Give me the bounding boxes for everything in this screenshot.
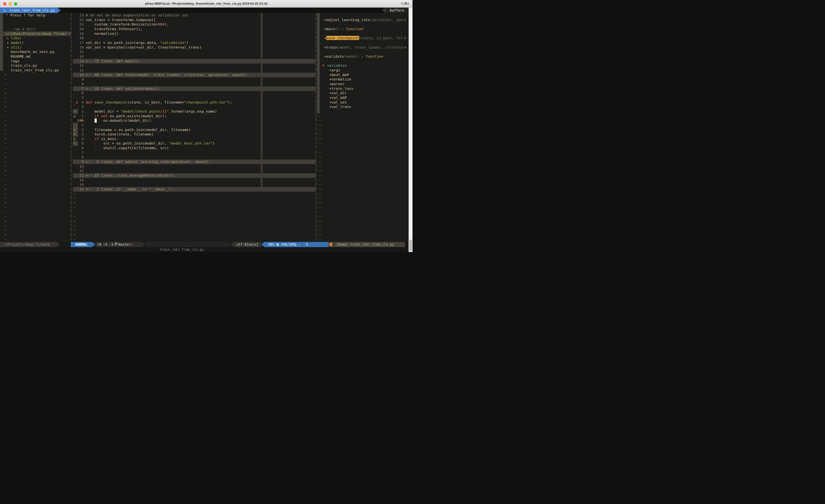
truncation-arrow-icon: > xyxy=(404,36,406,40)
empty-line-tilde: ~ xyxy=(4,114,7,118)
code-line[interactable]: val_trans = transforms.Compose([ xyxy=(86,18,156,22)
tag-expand-icon[interactable]: + xyxy=(324,27,326,31)
tag-item-save_checkpoint[interactable]: +save_checkpoint(state, is_best, fil xyxy=(324,36,403,40)
tag-expand-icon[interactable]: + xyxy=(329,68,331,72)
line-number: 4 xyxy=(73,137,84,141)
nerdtree-root-path[interactable]: </jdhao/Projects/deep_firear xyxy=(5,31,67,36)
empty-line-tilde: ~ xyxy=(4,137,7,141)
empty-line-tilde: ~ xyxy=(319,201,321,205)
empty-line-tilde: ~ xyxy=(73,219,76,224)
tag-expand-icon[interactable]: + xyxy=(329,86,331,91)
code-segment: ) xyxy=(186,40,189,45)
empty-line-tilde: ~ xyxy=(4,141,7,146)
empty-line-tilde: ~ xyxy=(73,201,76,205)
line-number: 3 xyxy=(73,104,84,109)
nerdtree-root-trunc: > xyxy=(69,31,71,36)
file-label: train_retr_from_cls.py xyxy=(11,68,59,73)
empty-line-tilde: ~ xyxy=(4,210,7,215)
tag-expand-icon[interactable]: + xyxy=(324,36,326,40)
tag-item-best_mAP[interactable]: +best_mAP xyxy=(329,73,349,77)
encoding-label: utf-8[unix] xyxy=(234,242,261,247)
empty-line-tilde: ~ xyxy=(4,233,7,238)
tag-item-val_dir[interactable]: +val_dir xyxy=(329,91,347,95)
tagbar-arrow-icon xyxy=(328,242,332,247)
code-line[interactable]: custom_transform.Resize(size=384), xyxy=(86,22,169,27)
tag-item-parser[interactable]: +parser xyxy=(329,82,345,86)
nerdtree-scrollbar[interactable] xyxy=(0,13,3,71)
fold-open-icon[interactable]: ▼ xyxy=(322,63,324,68)
macos-scrollbar-track[interactable] xyxy=(408,8,412,252)
tag-name: normalize xyxy=(331,77,351,81)
line-number: 15 xyxy=(73,187,84,192)
empty-line-tilde: ~ xyxy=(319,150,321,155)
window-separator-left[interactable] xyxy=(71,13,71,242)
tag-item-adjust_learning_rate[interactable]: +adjust_learning_rate(optimizer, epo xyxy=(324,18,403,22)
dir-label: util/ xyxy=(11,45,22,50)
code-line[interactable]: os.makedirs(model_dir) xyxy=(86,118,151,123)
line-number: 9 xyxy=(73,77,84,82)
code-line[interactable]: src = os.path.join(model_dir, "model_bes… xyxy=(86,141,215,146)
line-number: 21 xyxy=(73,22,84,27)
code-line[interactable]: model_dir = "model/check_point/{}".forma… xyxy=(86,109,217,114)
tag-name: validate xyxy=(326,54,344,59)
empty-line-tilde: ~ xyxy=(4,150,7,155)
code-line[interactable]: # do not do data augmentation on validat… xyxy=(86,13,189,18)
tag-item-val_set[interactable]: +val_set xyxy=(329,100,347,105)
tag-item-validate[interactable]: +validate(model) : function xyxy=(324,54,383,59)
tag-item-normalize[interactable]: +normalize xyxy=(329,77,351,82)
tag-expand-icon[interactable]: + xyxy=(329,95,331,100)
empty-line-tilde: ~ xyxy=(4,224,7,228)
tag-item-train_loss[interactable]: +train_loss xyxy=(329,86,353,91)
tag-expand-icon[interactable]: + xyxy=(324,18,326,22)
code-line[interactable]: def save_checkpoint(state, is_best, file… xyxy=(86,100,232,105)
empty-line-tilde: ~ xyxy=(319,196,321,201)
code-line[interactable]: transforms.ToTensor(), xyxy=(86,27,143,31)
code-line[interactable]: if not os.path.exists(model_dir): xyxy=(86,114,167,118)
code-segment: if xyxy=(94,137,99,141)
dir-collapsed-arrow-icon: ▸ xyxy=(7,36,9,40)
tag-expand-icon[interactable]: + xyxy=(329,100,331,104)
code-line[interactable]: val_dir = os.path.join(args.data, "valid… xyxy=(86,40,189,45)
tag-signature: () xyxy=(335,27,340,31)
empty-line-tilde: ~ xyxy=(4,109,7,114)
code-segment: val_set = QuerySet(root=val_dir, transfo… xyxy=(86,45,202,49)
macos-scrollbar-thumb[interactable] xyxy=(409,240,412,251)
tagbar-scrollbar[interactable] xyxy=(317,13,320,113)
empty-line-tilde: ~ xyxy=(73,215,76,219)
code-line[interactable]: if is_best: xyxy=(86,137,119,141)
tag-expand-icon[interactable]: + xyxy=(329,82,331,86)
code-line[interactable]: shutil.copyfile(filename, src) xyxy=(86,146,169,150)
window-separator-right[interactable] xyxy=(316,13,316,242)
code-line[interactable]: torch.save(state, filename) xyxy=(86,132,153,137)
line-number: 1 xyxy=(73,123,84,128)
line-number: 11 xyxy=(73,169,84,173)
code-line[interactable]: val_set = QuerySet(root=val_dir, transfo… xyxy=(86,45,202,50)
colorcolumn-80 xyxy=(260,13,263,192)
tag-item-args[interactable]: +args xyxy=(329,68,340,73)
tag-name: train_loss xyxy=(331,86,353,91)
tag-expand-icon[interactable]: + xyxy=(324,45,326,49)
empty-line-tilde: ~ xyxy=(319,118,321,123)
code-line[interactable]: filename = os.path.join(model_dir, filen… xyxy=(86,128,191,132)
tag-item-train[interactable]: +train(model, train_loader, criterio xyxy=(324,45,403,50)
tag-expand-icon[interactable]: + xyxy=(329,73,331,77)
tag-expand-icon[interactable]: + xyxy=(324,54,326,59)
tagbar-section-variables[interactable]: variables xyxy=(327,63,347,68)
nerdtree-up-dir[interactable]: .. (up a dir) xyxy=(7,27,35,31)
code-segment: val_trans = transforms.Compose([ xyxy=(86,18,156,22)
empty-line-tilde: ~ xyxy=(319,219,321,224)
code-segment: "model/check_point/ xyxy=(121,109,162,113)
dir-collapsed-arrow-icon: ▸ xyxy=(7,45,9,50)
tag-item-val_mAP[interactable]: +val_mAP xyxy=(329,95,347,100)
tag-item-main[interactable]: +main() : function xyxy=(324,27,363,31)
tabline: 1. train_retr_from_cls.py buffers xyxy=(0,8,412,13)
line-number: 2 xyxy=(73,128,84,132)
tag-expand-icon[interactable]: + xyxy=(329,104,331,109)
tab-active[interactable]: 1. train_retr_from_cls.py xyxy=(0,8,57,13)
line-number: 11 xyxy=(73,68,84,73)
tag-item-val_trans[interactable]: +val_trans xyxy=(329,104,351,109)
code-line[interactable]: normalize]) xyxy=(86,31,119,36)
tag-expand-icon[interactable]: + xyxy=(329,77,331,81)
tag-expand-icon[interactable]: + xyxy=(329,91,331,95)
tag-name: parser xyxy=(331,82,345,86)
